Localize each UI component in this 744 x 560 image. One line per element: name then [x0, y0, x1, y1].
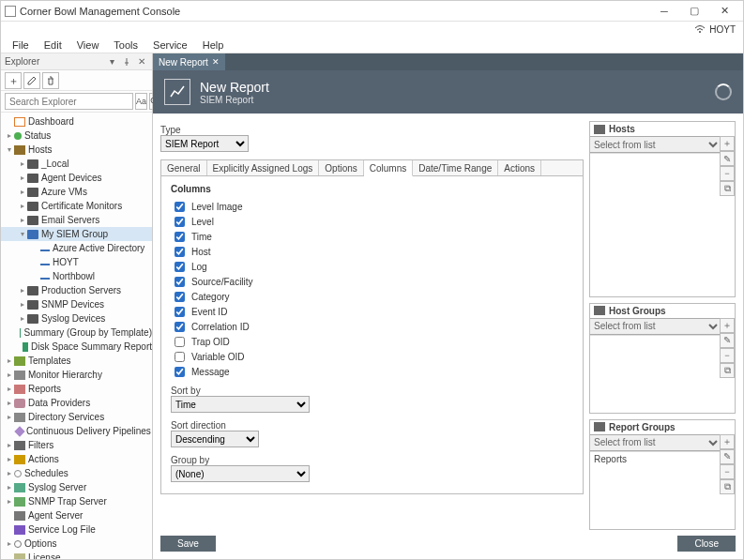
- tree-node[interactable]: ▸Reports: [1, 382, 152, 396]
- tree-node[interactable]: ▸SNMP Devices: [1, 297, 152, 311]
- menu-help[interactable]: Help: [197, 38, 230, 53]
- explorer-tree[interactable]: Dashboard▸Status▾Hosts▸_Local▸Agent Devi…: [1, 113, 152, 559]
- tree-node[interactable]: Service Log File: [1, 522, 152, 537]
- tree-node[interactable]: Azure Active Directory: [1, 241, 152, 255]
- column-option[interactable]: Trap OID: [171, 335, 573, 348]
- tree-node[interactable]: ▾My SIEM Group: [1, 227, 152, 241]
- close-button[interactable]: Close: [677, 536, 736, 552]
- menu-tools[interactable]: Tools: [108, 38, 144, 53]
- expand-icon[interactable]: ▾: [18, 230, 27, 238]
- tree-node[interactable]: ▸Monitor Hierarchy: [1, 368, 152, 382]
- tree-node[interactable]: Summary (Group by Template): [1, 325, 152, 340]
- expand-icon[interactable]: ▸: [5, 399, 14, 407]
- column-option[interactable]: Variable OID: [171, 350, 573, 363]
- column-option[interactable]: Level Image: [171, 200, 573, 213]
- tree-node[interactable]: ▸Azure VMs: [1, 185, 152, 199]
- expand-icon[interactable]: ▸: [5, 469, 14, 477]
- tree-node[interactable]: License: [1, 551, 152, 559]
- expand-icon[interactable]: ▸: [18, 159, 27, 168]
- menu-view[interactable]: View: [71, 38, 105, 53]
- expand-icon[interactable]: ▸: [18, 286, 27, 295]
- tree-node[interactable]: ▸Actions: [1, 452, 152, 466]
- reportgroups-select[interactable]: Select from list: [590, 434, 721, 451]
- column-checkbox[interactable]: [175, 337, 185, 347]
- expand-icon[interactable]: ▸: [18, 174, 27, 182]
- hostgroups-remove-button[interactable]: －: [720, 348, 735, 363]
- expand-icon[interactable]: ▸: [5, 371, 14, 379]
- column-option[interactable]: Time: [171, 230, 573, 243]
- reportgroups-remove-button[interactable]: －: [720, 464, 735, 479]
- hosts-select[interactable]: Select from list: [590, 136, 721, 153]
- expand-icon[interactable]: ▸: [5, 356, 14, 365]
- tree-node[interactable]: Continuous Delivery Pipelines: [1, 424, 152, 438]
- tree-node[interactable]: ▸Syslog Server: [1, 480, 152, 494]
- panel-menu-icon[interactable]: ▾: [105, 55, 118, 68]
- tree-node[interactable]: Agent Server: [1, 508, 152, 522]
- tree-node[interactable]: ▸Production Servers: [1, 283, 152, 297]
- hosts-list[interactable]: [590, 153, 721, 296]
- hosts-remove-button[interactable]: －: [720, 166, 735, 181]
- tree-node[interactable]: ▸SNMP Trap Server: [1, 494, 152, 508]
- close-tab-icon[interactable]: ✕: [212, 57, 220, 67]
- tab-date-time-range[interactable]: Date/Time Range: [413, 160, 498, 175]
- hosts-edit-button[interactable]: ✎: [720, 151, 735, 166]
- expand-icon[interactable]: ▸: [5, 413, 14, 421]
- sortdir-select[interactable]: Descending: [171, 431, 259, 447]
- tree-node[interactable]: ▸_Local: [1, 157, 152, 171]
- expand-icon[interactable]: ▸: [5, 497, 14, 506]
- list-item[interactable]: Reports: [594, 454, 717, 464]
- sortby-select[interactable]: Time: [171, 396, 310, 413]
- tree-node[interactable]: ▸Agent Devices: [1, 171, 152, 185]
- expand-icon[interactable]: ▸: [5, 385, 14, 393]
- minimize-button[interactable]: ─: [649, 2, 679, 21]
- hostgroups-select[interactable]: Select from list: [590, 318, 721, 335]
- column-option[interactable]: Correlation ID: [171, 320, 573, 333]
- edit-button[interactable]: [23, 72, 40, 89]
- tree-node[interactable]: Disk Space Summary Report: [1, 340, 152, 354]
- hostgroups-copy-button[interactable]: ⧉: [720, 363, 735, 378]
- tab-actions[interactable]: Actions: [498, 160, 541, 175]
- menu-edit[interactable]: Edit: [38, 38, 68, 53]
- search-input[interactable]: [5, 93, 133, 110]
- expand-icon[interactable]: ▸: [5, 131, 14, 140]
- hostgroups-add-button[interactable]: ＋: [720, 318, 735, 333]
- close-window-button[interactable]: ✕: [709, 2, 739, 21]
- tab-explicitly-assigned-logs[interactable]: Explicitly Assigned Logs: [207, 160, 320, 175]
- column-checkbox[interactable]: [175, 307, 185, 317]
- tree-node[interactable]: ▸Certificate Monitors: [1, 199, 152, 213]
- reportgroups-copy-button[interactable]: ⧉: [720, 479, 735, 494]
- tree-node[interactable]: ▸Data Providers: [1, 396, 152, 410]
- tree-node[interactable]: ▸Status: [1, 129, 152, 143]
- save-button[interactable]: Save: [160, 536, 216, 552]
- tree-node[interactable]: ▸Email Servers: [1, 213, 152, 227]
- reportgroups-add-button[interactable]: ＋: [720, 434, 735, 449]
- expand-icon[interactable]: ▸: [5, 455, 14, 463]
- column-checkbox[interactable]: [175, 367, 185, 377]
- expand-icon[interactable]: ▸: [5, 441, 14, 449]
- tree-node[interactable]: ▸Syslog Devices: [1, 311, 152, 325]
- type-select[interactable]: SIEM Report: [160, 135, 249, 152]
- hosts-add-button[interactable]: ＋: [720, 136, 735, 151]
- tree-node[interactable]: Northbowl: [1, 269, 152, 283]
- column-checkbox[interactable]: [175, 277, 185, 287]
- column-checkbox[interactable]: [175, 247, 185, 257]
- expand-icon[interactable]: ▾: [5, 145, 14, 154]
- expand-icon[interactable]: ▸: [18, 202, 27, 210]
- tree-node[interactable]: Dashboard: [1, 114, 152, 129]
- tree-node[interactable]: HOYT: [1, 255, 152, 269]
- expand-icon[interactable]: ▸: [18, 216, 27, 224]
- tree-node[interactable]: ▸Options: [1, 537, 152, 551]
- tab-general[interactable]: General: [161, 160, 207, 175]
- tree-node[interactable]: ▾Hosts: [1, 143, 152, 157]
- hostgroups-edit-button[interactable]: ✎: [720, 333, 735, 348]
- column-option[interactable]: Category: [171, 290, 573, 303]
- hostgroups-list[interactable]: [590, 335, 721, 413]
- expand-icon[interactable]: ▸: [5, 539, 14, 548]
- column-checkbox[interactable]: [175, 292, 185, 302]
- delete-button[interactable]: [42, 72, 59, 89]
- tab-options[interactable]: Options: [319, 160, 363, 175]
- hosts-copy-button[interactable]: ⧉: [720, 181, 735, 196]
- column-option[interactable]: Level: [171, 215, 573, 228]
- document-tab[interactable]: New Report ✕: [153, 53, 225, 70]
- expand-icon[interactable]: ▸: [5, 483, 14, 492]
